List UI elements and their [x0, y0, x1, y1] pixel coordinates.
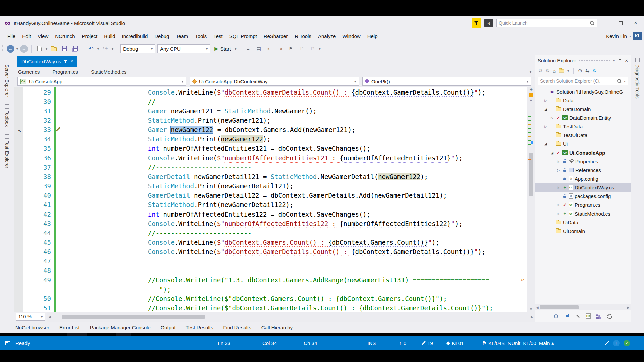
code-line[interactable]: 29 Console.WriteLine($"dbContext.GamerDe…	[14, 87, 527, 97]
code-line[interactable]: 34 StaticMethod.Print(newGamer122);	[14, 134, 527, 144]
switch-views-caret-icon[interactable]: ▾	[567, 69, 569, 73]
scroll-right-icon[interactable]: ▶	[531, 315, 533, 319]
code-line[interactable]: 31 Gamer newGamer121 = StaticMethod.NewG…	[14, 106, 527, 116]
tab-program-cs[interactable]: Program.cs	[52, 69, 78, 75]
zoom-control[interactable]: 110 % ▾	[16, 313, 45, 321]
expander-icon[interactable]: ◢	[550, 151, 554, 155]
breakpoint-margin[interactable]	[14, 238, 23, 247]
new-file-caret-icon[interactable]: ▾	[46, 47, 47, 51]
menu-incredibuild[interactable]: Incredibuild	[119, 32, 151, 41]
breakpoint-margin[interactable]	[14, 153, 23, 163]
code-line[interactable]: 41 StaticMethod.Print(newGamerDetail122)…	[14, 200, 527, 209]
project-dropdown[interactable]: C# Ui.ConsoleApp ▾	[17, 77, 186, 86]
breakpoint-margin[interactable]: ↖	[14, 125, 23, 134]
tool-tab-server-explorer[interactable]: Server Explorer	[4, 57, 10, 98]
undo-button[interactable]: ↶	[87, 44, 95, 53]
tree-item-datadomain-entity[interactable]: ▷✓C#DataDomain.Entity	[535, 113, 631, 122]
indent-increase-icon[interactable]: ⇥	[276, 44, 284, 53]
tab-dbcontextway-cs[interactable]: DbContextWay.cs ×	[17, 56, 77, 67]
tree-item-ui-consoleapp[interactable]: ◢✓C#Ui.ConsoleApp	[535, 148, 631, 157]
menu-ncrunch[interactable]: NCrunch	[52, 32, 78, 41]
expander-icon[interactable]: ◢	[543, 107, 548, 111]
expander-icon[interactable]: ▷	[543, 125, 548, 128]
editor-horizontal-scrollbar[interactable]: ◀ ▶	[47, 312, 535, 322]
pin-icon[interactable]	[64, 59, 67, 64]
tree-item-data[interactable]: ▷Data	[535, 96, 631, 105]
back-icon[interactable]: ↺	[538, 68, 543, 74]
resharper-status-icon[interactable]	[529, 93, 533, 97]
menu-tools[interactable]: Tools	[192, 32, 210, 41]
breakpoint-margin[interactable]	[14, 172, 23, 181]
ncrunch-filter-icon[interactable]	[472, 18, 481, 28]
tree-item-testuidata[interactable]: TestUiData	[535, 131, 631, 139]
expander-icon[interactable]: ▷	[550, 116, 554, 120]
solution-horizontal-scrollbar[interactable]: ◀ ▶	[535, 304, 631, 310]
tree-item-ui[interactable]: ◢Ui	[535, 139, 631, 148]
tree-item-dbcontextway-cs[interactable]: ▷+C#DbContextWay.cs	[535, 183, 631, 192]
panel-grip[interactable]	[579, 60, 610, 61]
feedback-icon[interactable]: Ϟ	[484, 19, 493, 27]
code-line[interactable]: ↖33 Gamer newGamer122 = dbContext.Gamers…	[14, 125, 527, 134]
save-all-button[interactable]	[71, 44, 79, 53]
code-line[interactable]: 36 Console.WriteLine($"numberOfAffectedE…	[14, 153, 527, 163]
breakpoint-margin[interactable]	[14, 303, 23, 312]
minimize-button[interactable]	[600, 18, 612, 28]
tree-item-uidata[interactable]: UiData	[535, 218, 631, 227]
breakpoint-margin[interactable]	[14, 209, 23, 219]
new-file-button[interactable]	[35, 44, 44, 53]
pending-edits[interactable]: 19	[421, 340, 433, 346]
menu-view[interactable]: View	[34, 32, 52, 41]
solution-search-input[interactable]	[540, 78, 615, 84]
background-task-icon[interactable]: ↓	[613, 340, 620, 346]
expander-icon[interactable]: ▷	[556, 160, 561, 163]
type-dropdown[interactable]: Ui.ConsoleApp.DbContextWay ▾	[190, 77, 359, 86]
code-line[interactable]: 30 //-------------------------	[14, 97, 527, 106]
code-line[interactable]: 40 GamerDetail newGamerDetail122 = dbCon…	[14, 191, 527, 200]
panel-tab-call-hierarchy[interactable]: Call Hierarchy	[261, 325, 293, 330]
wrench-icon[interactable]	[575, 313, 581, 319]
search-options-caret-icon[interactable]: ▾	[624, 79, 626, 83]
code-line[interactable]: ");	[14, 285, 527, 294]
pending-changes-filter-icon[interactable]: ⊙	[578, 68, 582, 74]
title-bar[interactable]: ∞ ItHandyGuy.OnlineGame - Microsoft Visu…	[0, 16, 644, 30]
breakpoint-margin[interactable]	[14, 144, 23, 153]
breakpoint-margin[interactable]	[14, 191, 23, 200]
close-panel-icon[interactable]: ×	[625, 58, 628, 63]
tree-item-uidomain[interactable]: UiDomain	[535, 227, 631, 235]
breakpoint-margin[interactable]	[14, 228, 23, 238]
tree-item-references[interactable]: ▷References	[535, 166, 631, 174]
breakpoint-margin[interactable]	[14, 163, 23, 172]
close-tab-icon[interactable]: ×	[70, 59, 73, 64]
code-line[interactable]: 44 //-------------------------	[14, 228, 527, 238]
quick-launch-input[interactable]	[499, 20, 590, 26]
tool-tab-toolbox[interactable]: Toolbox	[4, 103, 10, 128]
tool-tab-diagnostic-tools[interactable]: Diagnostic Tools	[635, 57, 640, 100]
menu-team[interactable]: Team	[172, 32, 192, 41]
scroll-right-icon[interactable]: ▶	[627, 306, 630, 309]
code-line[interactable]: 38 GamerDetail newGamerDetail121 = Stati…	[14, 172, 527, 181]
breakpoint-margin[interactable]	[14, 134, 23, 144]
menu-analyze[interactable]: Analyze	[315, 32, 339, 41]
open-file-button[interactable]	[49, 44, 58, 53]
code-line[interactable]: 35 int numberOfAffectedEntities121 = dbC…	[14, 144, 527, 153]
panel-tab-test-results[interactable]: Test Results	[186, 325, 213, 330]
tool-tab-test-explorer[interactable]: Test Explorer	[4, 133, 10, 170]
split-handle-icon[interactable]: ✚	[529, 87, 532, 92]
menu-build[interactable]: Build	[101, 32, 118, 41]
navigate-caret-icon[interactable]: ▾	[16, 47, 18, 51]
breakpoint-margin[interactable]	[14, 97, 23, 106]
expander-icon[interactable]: ◢	[543, 142, 548, 146]
breakpoint-margin[interactable]	[14, 275, 23, 285]
menu-sql-prompt[interactable]: SQL Prompt	[226, 32, 260, 41]
key-icon[interactable]	[554, 313, 560, 319]
auto-hide-pin-icon[interactable]	[618, 58, 622, 63]
incoming-commits[interactable]: ↑ 0	[399, 340, 406, 346]
code-line[interactable]: 51 //Console.WriteLine($"dbContext.Gamer…	[14, 303, 527, 312]
team-explorer-icon[interactable]	[595, 313, 601, 319]
tree-item-app-config[interactable]: ⚙App.config	[535, 174, 631, 183]
expander-icon[interactable]: ▷	[556, 203, 561, 207]
navigate-forward-button[interactable]: →	[20, 45, 28, 53]
expander-icon[interactable]: ▷	[556, 186, 561, 189]
workspace-indicator[interactable]: ◆ KL01	[446, 340, 464, 346]
branch-selector[interactable]: ⚑ KL/04B_NUnit_KL/00_Main ▴	[482, 340, 554, 346]
